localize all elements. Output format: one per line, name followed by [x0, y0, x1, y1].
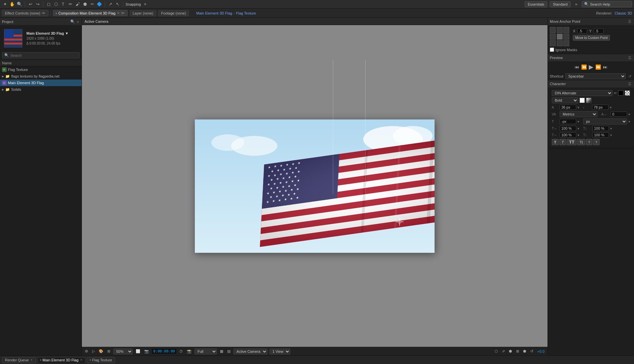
char-font-select[interactable]: DIN Alternate [552, 90, 613, 96]
project-item-3[interactable]: C Main Element 3D Flag [0, 80, 82, 86]
char-scalex-input[interactable] [560, 126, 576, 131]
anchor-cell-mc[interactable] [557, 34, 563, 40]
layer-tab[interactable]: Layer (none) [130, 10, 156, 16]
effect-controls-tab[interactable]: Effect Controls (none) ≫ [2, 10, 49, 16]
essentials-btn[interactable]: Essentials [525, 1, 547, 7]
character-header[interactable]: Character ☰ [548, 80, 634, 87]
project-item-1[interactable]: F Flag Texture [0, 66, 82, 73]
project-search-input[interactable] [10, 53, 77, 57]
camera-select[interactable]: Active Camera [233, 348, 267, 354]
anchor-cell-tl[interactable] [550, 27, 556, 33]
tool-clone[interactable]: 🖌 [75, 1, 81, 7]
anchor-cell-br[interactable] [563, 40, 569, 46]
char-leading-input[interactable] [592, 105, 609, 110]
folder-expand-2[interactable]: ▶ [2, 75, 4, 78]
char-color-swatch-2[interactable] [625, 90, 630, 96]
workspace-more[interactable]: » [573, 1, 579, 7]
preview-header[interactable]: Preview ☰ [548, 54, 634, 61]
custom-point-btn[interactable]: Move to Custom Point [573, 35, 610, 41]
comp-tab[interactable]: ▪ Composition Main Element 3D Flag ✕ ≫ [53, 10, 128, 16]
char-type-smallcaps-btn[interactable]: Tt [577, 139, 585, 145]
main-comp-close[interactable]: ✕ [80, 358, 83, 362]
ignore-masks-checkbox[interactable] [550, 48, 554, 52]
char-color-swatch-1[interactable] [618, 90, 623, 96]
anchor-cell-tr[interactable] [563, 27, 569, 33]
char-pencil-icon[interactable]: ✏ [614, 91, 617, 95]
tool-pen[interactable]: ⬡ [53, 1, 59, 7]
anchor-cell-mr[interactable] [563, 34, 569, 40]
tool-roto[interactable]: ✂ [89, 1, 95, 7]
char-type-sub-btn[interactable]: T [593, 139, 600, 145]
project-item-2[interactable]: ▶ 📁 flags textures by flagpedia.net [0, 73, 82, 80]
char-type-super-btn[interactable]: T [586, 139, 592, 145]
footage-tab[interactable]: Footage (none) [158, 10, 189, 16]
char-scale2x-input[interactable] [560, 132, 576, 138]
anchor-cell-bl[interactable] [550, 40, 556, 46]
project-search-btn[interactable]: 🔍 [70, 19, 76, 24]
viewer-alpha-btn[interactable]: 🎨 [98, 349, 104, 353]
render-queue-close[interactable]: ✕ [30, 358, 33, 362]
preview-back-btn[interactable]: ⏪ [581, 64, 587, 70]
char-color-swatch-3[interactable] [580, 98, 585, 103]
preview-last-btn[interactable]: ⏭ [603, 64, 608, 70]
tool-zoom[interactable]: 🔍 [17, 1, 22, 7]
snapping-toggle[interactable]: ⌖ [142, 1, 148, 7]
tool-eraser[interactable]: ⬟ [82, 1, 88, 7]
zoom-select[interactable]: 50% 100% 25% [113, 348, 133, 354]
flag-texture-tab[interactable]: ▪ Flag Texture [87, 357, 115, 363]
char-size-input[interactable] [560, 105, 576, 110]
tool-text[interactable]: T [60, 1, 66, 7]
view-select[interactable]: 1 View [269, 348, 290, 354]
tool-pin[interactable]: ↖ [115, 1, 121, 7]
viewer-clock-btn[interactable]: ⏱ [178, 349, 184, 353]
viewer-rd-btn[interactable]: ▦ [219, 349, 224, 353]
char-type-caps-btn[interactable]: TT [567, 139, 577, 145]
preview-first-btn[interactable]: ⏮ [575, 64, 579, 70]
standard-btn[interactable]: Standard [550, 1, 571, 7]
viewer-grid-btn[interactable]: ⊞ [106, 349, 111, 353]
char-style-select[interactable]: Bold [552, 97, 578, 103]
main-comp-tab[interactable]: ▪ Main Element 3D Flag ✕ [37, 357, 85, 363]
render-queue-tab[interactable]: Render Queue ✕ [2, 357, 36, 363]
x-input[interactable] [577, 28, 587, 34]
comp-tab-close[interactable]: ✕ [117, 11, 120, 15]
viewer-settings-btn[interactable]: ⚙ [84, 349, 89, 353]
tool-brush[interactable]: ✏ [67, 1, 73, 7]
breadcrumb-comp[interactable]: Main Element 3D Flag [196, 11, 232, 15]
preview-fwd-btn[interactable]: ⏩ [595, 64, 601, 70]
tool-redo[interactable]: ↪ [35, 1, 41, 7]
folder-expand-4[interactable]: ▶ [2, 88, 4, 91]
char-collapse-btn[interactable]: ☰ [627, 82, 632, 86]
shortcut-select[interactable]: Spacebar [565, 73, 626, 79]
viewer-refresh-btn[interactable]: ↺ [529, 349, 534, 353]
tool-undo[interactable]: ↩ [27, 1, 33, 7]
preview-play-btn[interactable]: ▶ [589, 63, 593, 71]
viewer-mask-btn[interactable]: ⬟ [522, 349, 527, 353]
char-type-italic-btn[interactable]: T [559, 139, 566, 145]
preview-collapse-btn[interactable]: ☰ [627, 56, 632, 60]
tool-hand[interactable]: ✋ [9, 1, 15, 7]
tool-rect[interactable]: ◻ [46, 1, 52, 7]
viewer-grid2-btn[interactable]: ⊞ [515, 349, 520, 353]
quality-select[interactable]: Full Half Quarter [194, 348, 217, 354]
viewer-snapshot-btn[interactable]: 📸 [186, 349, 193, 353]
project-menu-btn[interactable]: ≡ [76, 19, 80, 24]
tool-shape[interactable]: 🔷 [96, 1, 102, 7]
char-tracking-input[interactable] [611, 112, 627, 117]
char-color-swatch-4[interactable] [586, 98, 591, 103]
char-unit-select[interactable]: px [583, 118, 627, 124]
shortcut-refresh-btn[interactable]: ↺ [628, 74, 632, 79]
y-input[interactable] [594, 28, 604, 34]
char-kerning-select[interactable]: Metrics [560, 111, 597, 117]
anchor-cell-tc[interactable] [557, 27, 563, 33]
viewer-share-btn[interactable]: ⇗ [501, 349, 506, 353]
viewer-3d-btn[interactable]: ⬢ [508, 349, 513, 353]
anchor-collapse-btn[interactable]: ☰ [627, 19, 632, 24]
char-scaley-input[interactable] [592, 126, 609, 131]
anchor-cell-bc[interactable] [557, 40, 563, 46]
char-type-bold-btn[interactable]: T [552, 139, 559, 145]
char-scale2y-input[interactable] [592, 132, 609, 138]
viewer-expand-btn[interactable]: ⬡ [494, 349, 499, 353]
search-input[interactable] [590, 2, 630, 6]
anchor-header[interactable]: Move Anchor Point ☰ [548, 18, 634, 25]
